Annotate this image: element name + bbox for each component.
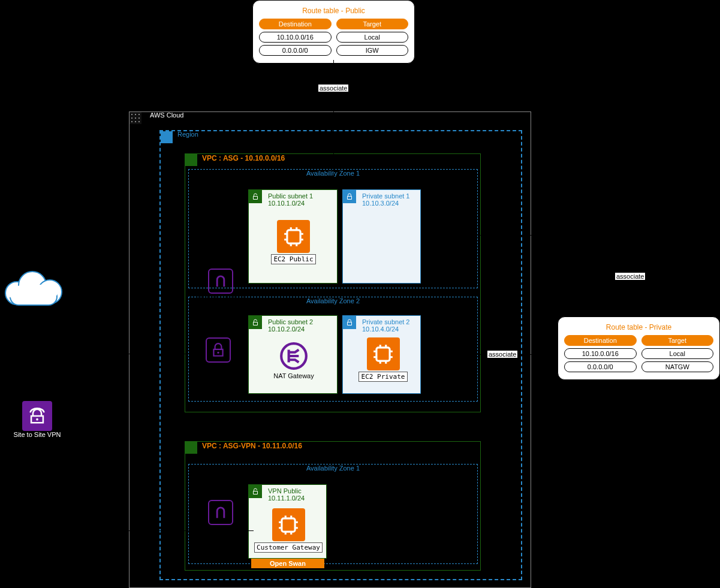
edge-s2s-v2	[28, 441, 29, 531]
edge-rtpub-to-pub1	[333, 60, 334, 189]
ec2-icon	[272, 508, 305, 541]
cgw-label: Customer Gateway	[254, 542, 323, 553]
rt-private-head-dest: Destination	[564, 335, 637, 346]
ec2-icon	[277, 220, 310, 253]
internet-gateway-1: Internet Gateway	[194, 269, 247, 301]
pub1-name: Public subnet 1	[268, 192, 333, 200]
route-table-public: Route table - Public Destination Target …	[252, 0, 415, 64]
ec2-private-node: EC2 Private	[359, 337, 408, 382]
svg-rect-4	[282, 518, 295, 531]
site-to-site-vpn: Site to Site VPN	[13, 401, 61, 438]
internet-cloud-icon	[0, 266, 66, 305]
ec2-public-node: EC2 Public	[271, 220, 316, 264]
az1b-label: Availability Zone 1	[189, 465, 477, 472]
vpc-asg-icon	[185, 154, 197, 166]
site-to-site-vpn-icon	[22, 401, 52, 431]
vpn-gateway: VPN Gateway	[194, 337, 242, 370]
rt-private-r0-tgt: Local	[641, 348, 714, 359]
rt-private-head-tgt: Target	[641, 335, 714, 346]
rt-public-r1-tgt: IGW	[336, 45, 409, 56]
pub2-name: Public subnet 2	[268, 318, 333, 325]
region-label: Region	[177, 131, 198, 138]
rt-private-r0-dest: 10.10.0.0/16	[564, 348, 637, 359]
rt-public-r0-tgt: Local	[336, 32, 409, 43]
rt-private-r1-dest: 0.0.0.0/0	[564, 361, 637, 372]
ec2-icon	[367, 337, 400, 370]
edge-label-assoc-2: associate	[614, 272, 646, 281]
route-table-private: Route table - Private Destination Target…	[558, 316, 720, 380]
svg-point-3	[217, 352, 219, 354]
rt-public-r0-dest: 10.10.0.0/16	[259, 32, 332, 43]
vpnpub-name: VPN Public	[268, 487, 323, 494]
rt-public-r1-dest: 0.0.0.0/0	[259, 45, 332, 56]
prv1-cidr: 10.10.3.0/24	[362, 200, 417, 207]
vpc-asg-label: VPC : ASG - 10.10.0.0/16	[202, 154, 285, 162]
pub2-cidr: 10.10.2.0/24	[268, 325, 333, 333]
svg-rect-2	[376, 347, 390, 360]
edge-s2s-h1	[28, 354, 193, 354]
vpn-gateway-icon	[206, 337, 231, 363]
igw2-label: Internet Gateway	[194, 525, 247, 532]
edge-label-assoc-1: associate	[318, 84, 349, 92]
prv2-name: Private subnet 2	[362, 318, 417, 325]
svg-rect-0	[287, 230, 300, 243]
vpnpub-cidr: 10.11.1.0/24	[268, 494, 323, 502]
rt-private-title: Route table - Private	[564, 323, 713, 331]
edge-label-assoc-3: associate	[487, 350, 518, 358]
nat-gateway-label: NAT Gateway	[270, 372, 318, 379]
pub1-cidr: 10.10.1.0/24	[268, 200, 333, 207]
internet-gateway-2: Internet Gateway	[194, 500, 247, 532]
lock-icon	[249, 190, 262, 203]
lock-icon	[249, 316, 262, 329]
nat-gateway-icon	[278, 339, 311, 372]
svg-point-5	[36, 418, 38, 421]
vpc-asg-vpn-label: VPC : ASG-VPN - 10.11.0.0/16	[202, 442, 302, 450]
private-subnet-1: Private subnet 1 10.10.3.0/24	[342, 189, 421, 284]
edge-s2s-h2	[28, 530, 254, 531]
lock-icon	[343, 316, 356, 329]
edge-s2s-v1	[28, 354, 29, 401]
prv1-name: Private subnet 1	[362, 192, 417, 200]
aws-cloud-icon	[129, 112, 141, 124]
vpc-asg-vpn-icon	[185, 442, 197, 454]
igw1-label: Internet Gateway	[194, 294, 247, 301]
lock-icon	[249, 485, 262, 498]
prv2-cidr: 10.10.4.0/24	[362, 325, 417, 333]
aws-cloud-label: AWS Cloud	[150, 111, 183, 119]
rt-public-head-tgt: Target	[336, 19, 409, 29]
nat-gateway-node: NAT Gateway	[270, 339, 318, 379]
region-icon	[161, 131, 173, 143]
ec2-private-label: EC2 Private	[359, 372, 408, 382]
edge-rtpub-to-pub1-h	[294, 189, 333, 189]
open-swan-tag: Open Swan	[251, 559, 324, 568]
s2s-label: Site to Site VPN	[13, 431, 61, 438]
rt-private-r1-tgt: NATGW	[641, 361, 714, 372]
rt-public-title: Route table - Public	[259, 7, 408, 15]
rt-public-head-dest: Destination	[259, 19, 332, 29]
customer-gateway-node: Customer Gateway	[254, 508, 323, 553]
vpngw-label: VPN Gateway	[194, 363, 242, 370]
ec2-public-label: EC2 Public	[271, 254, 316, 264]
edge-rtprv-h1	[421, 235, 628, 236]
internet-gateway-icon	[208, 269, 233, 294]
internet-gateway-icon	[208, 500, 233, 525]
lock-icon	[343, 190, 356, 203]
